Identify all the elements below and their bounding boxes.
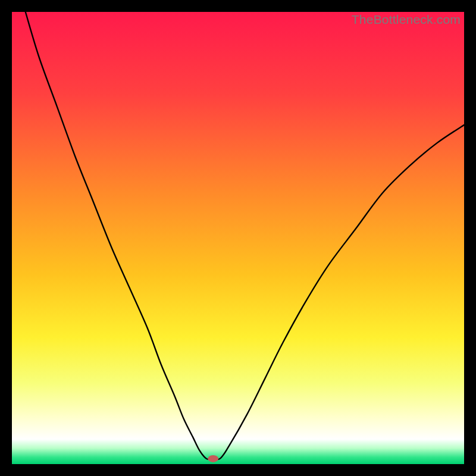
chart-frame: TheBottleneck.com [12,12,464,464]
chart-svg [12,12,464,464]
optimal-point-marker [208,455,218,462]
gradient-background [12,12,464,464]
watermark-text: TheBottleneck.com [352,12,461,27]
